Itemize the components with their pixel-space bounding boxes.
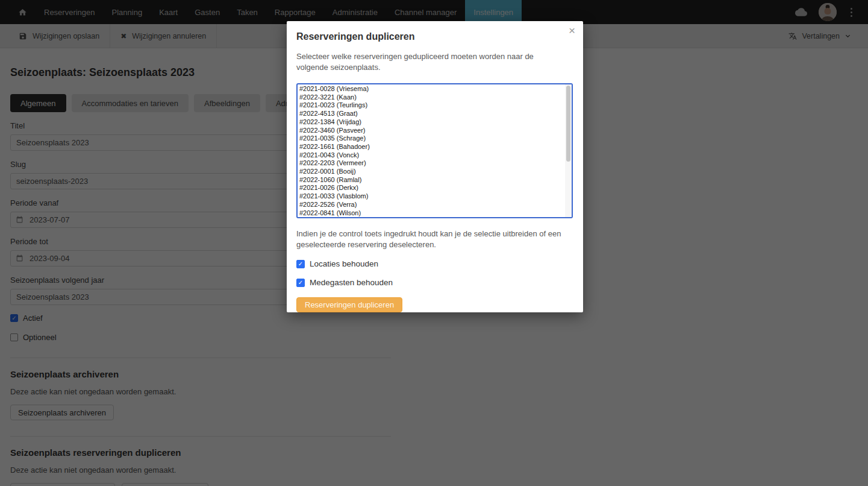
reservation-option[interactable]: #2021-0028 (Vriesema) [299,85,572,93]
option-checkbox[interactable] [296,260,305,268]
option-label: Locaties behouden [310,259,378,268]
reservation-option[interactable]: #2021-0023 (Teurlings) [299,101,572,110]
reservation-option[interactable]: #2022-0841 (Wilson) [299,209,572,218]
reservation-option[interactable]: #2022-1661 (Bahadoer) [299,143,572,151]
modal-intro: Selecteer welke reserveringen geduplicee… [296,51,566,72]
modal-submit-button[interactable]: Reserveringen dupliceren [296,297,402,312]
option-row: Locaties behouden [296,259,573,268]
reservation-option[interactable]: #2022-4513 (Graat) [299,110,572,118]
reservation-option[interactable]: #2022-1384 (Vrijdag) [299,118,572,127]
reservation-option[interactable]: #2021-0033 (Vlasblom) [299,192,572,201]
reservation-option[interactable]: #2021-0043 (Vonck) [299,151,572,160]
reservation-option[interactable]: #2022-3460 (Pasveer) [299,127,572,135]
reservation-option[interactable]: #2021-0035 (Schrage) [299,134,572,143]
scrollbar-thumb[interactable] [566,86,570,162]
reservation-option[interactable]: #2022-2526 (Verra) [299,201,572,209]
reservation-option[interactable]: #2022-3221 (Kaan) [299,93,572,102]
reservation-option[interactable]: #2021-0026 (Derkx) [299,184,572,192]
modal-title: Reserveringen dupliceren [296,31,573,42]
reservations-listbox[interactable]: #2021-0028 (Vriesema) #2022-3221 (Kaan) … [296,83,573,218]
option-checkbox[interactable] [296,279,305,287]
duplicate-reservations-modal: × Reserveringen dupliceren Selecteer wel… [287,21,583,312]
reservation-option[interactable]: #2022-0001 (Booij) [299,168,572,176]
modal-options: Locaties behouden Medegasten behouden [296,259,573,287]
reservation-option[interactable]: #2022-2203 (Vermeer) [299,159,572,168]
modal-hint: Indien je de control toets ingedrukt hou… [296,229,566,250]
close-icon[interactable]: × [569,25,575,36]
option-row: Medegasten behouden [296,278,573,287]
reservation-option[interactable]: #2022-1060 (Ramlal) [299,176,572,185]
app-screen: Reserveringen Planning Kaart Gasten Take… [0,0,868,486]
option-label: Medegasten behouden [310,278,393,287]
listbox-scrollbar[interactable] [565,84,572,217]
